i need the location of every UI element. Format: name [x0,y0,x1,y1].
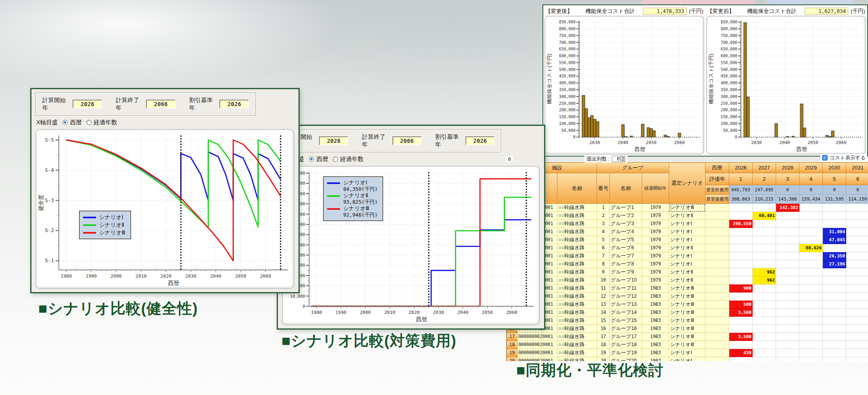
table-row[interactable]: 190000000020001○○幹線水路19グループ191983シナリオⅠ43… [507,349,868,357]
year-cell[interactable] [776,244,799,252]
year-cell[interactable] [846,228,868,236]
year-cell[interactable] [846,252,868,260]
year-cell[interactable] [753,236,776,244]
radio-seireki-icon[interactable] [63,120,68,125]
year-cell[interactable] [729,204,753,212]
group-number-cell[interactable]: 6 [597,244,610,252]
year-cell[interactable] [823,204,846,212]
elapsed-start-cell[interactable]: 1979 [642,268,669,276]
group-name-cell[interactable]: グループ13 [610,301,642,309]
facility-name-cell[interactable]: ○○幹線水路 [557,317,597,325]
scenario-cell[interactable]: シナリオⅠ [669,260,705,268]
year-cell[interactable] [799,276,823,284]
facility-number-cell[interactable]: 0000000020001 [517,341,557,349]
label-spacer-cell[interactable] [705,333,729,341]
group-name-cell[interactable]: グループ11 [610,284,642,293]
elapsed-start-cell[interactable]: 1979 [642,260,669,268]
group-name-cell[interactable]: グループ18 [610,341,642,349]
year-cell[interactable] [776,284,799,293]
table-row[interactable]: 170000000020001○○幹線水路17グループ171983シナリオⅢ3,… [507,333,868,341]
group-number-cell[interactable]: 11 [597,284,610,293]
sync-table[interactable]: 施設グループ選定シナリオ西暦202620272028202920302031番号… [507,162,868,361]
cost-cell[interactable]: 900 [729,284,753,293]
scenario-cell[interactable]: シナリオⅡ [669,212,705,220]
label-spacer-cell[interactable] [705,244,729,252]
group-number-cell[interactable]: 10 [597,276,610,284]
group-number-cell[interactable]: 8 [597,260,610,268]
group-name-cell[interactable]: グループ19 [610,349,642,357]
year-cell[interactable] [846,284,868,293]
year-cell[interactable] [729,293,753,301]
year-cell[interactable] [776,228,799,236]
year-cell[interactable] [846,349,868,357]
year-cell[interactable] [753,252,776,260]
scenario-cell[interactable]: シナリオⅠ [669,220,705,228]
group-name-cell[interactable]: グループ5 [610,236,642,244]
label-spacer-cell[interactable] [705,260,729,268]
label-spacer-cell[interactable] [705,228,729,236]
scenario-cell[interactable]: シナリオⅢ [669,301,705,309]
label-spacer-cell[interactable] [705,236,729,244]
row-number-cell[interactable]: 20 [507,357,517,362]
year-cell[interactable] [823,341,846,349]
label-spacer-cell[interactable] [705,293,729,301]
year-cell[interactable] [823,244,846,252]
year-cell[interactable] [753,341,776,349]
year-cell[interactable] [753,309,776,317]
group-number-cell[interactable]: 18 [597,341,610,349]
group-number-cell[interactable]: 15 [597,317,610,325]
facility-name-cell[interactable]: ○○幹線水路 [557,252,597,260]
checkbox-checked-icon[interactable]: ✓ [822,155,828,161]
facility-number-cell[interactable]: 0000000020001 [517,349,557,357]
year-cell[interactable] [776,212,799,220]
year-cell[interactable] [729,260,753,268]
table-row[interactable]: 80000000020001○○幹線水路8グループ81979シナリオⅠ27,19… [507,260,868,268]
year-cell[interactable] [846,268,868,276]
elapsed-start-cell[interactable]: 1979 [642,212,669,220]
year-cell[interactable] [846,325,868,333]
table-row[interactable]: 90000000020001○○幹線水路9グループ91979シナリオⅡ962 [507,268,868,276]
facility-name-cell[interactable]: ○○幹線水路 [557,301,597,309]
year-cell[interactable] [846,309,868,317]
cost-cell[interactable]: 27,196 [823,260,846,268]
facility-name-cell[interactable]: ○○幹線水路 [557,276,597,284]
year-cell[interactable] [823,357,846,362]
group-number-cell[interactable]: 12 [597,293,610,301]
year-cell[interactable] [846,317,868,325]
fixed-cols-spinner[interactable]: 0 ▲▼ [612,156,625,162]
fixed-cols-value[interactable]: 0 [612,156,620,162]
year-cell[interactable] [846,212,868,220]
facility-name-cell[interactable]: ○○幹線水路 [557,357,597,362]
facility-name-cell[interactable]: ○○幹線水路 [557,228,597,236]
table-row[interactable]: 70000000020001○○幹線水路7グループ71979シナリオⅠ26,35… [507,252,868,260]
year-cell[interactable] [753,204,776,212]
cost-cell[interactable]: 439 [729,349,753,357]
scenario-cell[interactable]: シナリオⅢ [669,317,705,325]
year-cell[interactable] [799,252,823,260]
group-name-cell[interactable]: グループ4 [610,228,642,236]
group-name-cell[interactable]: グループ17 [610,333,642,341]
year-cell[interactable] [776,357,799,362]
group-name-cell[interactable]: グループ9 [610,268,642,276]
group-name-cell[interactable]: グループ6 [610,244,642,252]
year-cell[interactable] [846,260,868,268]
year-cell[interactable] [776,301,799,309]
year-cell[interactable] [776,317,799,325]
year-cell[interactable] [753,325,776,333]
facility-name-cell[interactable]: ○○幹線水路 [557,236,597,244]
year-cell[interactable] [846,293,868,301]
table-row[interactable]: 10000000020001○○幹線水路1グループ11979シナリオⅢ142,3… [507,204,868,212]
cost-cell[interactable]: 500 [729,301,753,309]
cost-cell[interactable]: 47,045 [823,236,846,244]
label-spacer-cell[interactable] [705,309,729,317]
label-spacer-cell[interactable] [705,301,729,309]
year-cell[interactable] [799,228,823,236]
year-cell[interactable] [729,244,753,252]
table-row[interactable]: 200000000020001○○幹線水路20グループ201983シナリオⅠ [507,357,868,362]
year-cell[interactable] [776,349,799,357]
year-cell[interactable] [729,268,753,276]
row-number-cell[interactable]: 18 [507,341,517,349]
radio-seireki[interactable]: 西暦 [63,119,81,126]
year-cell[interactable] [753,293,776,301]
group-number-cell[interactable]: 16 [597,325,610,333]
